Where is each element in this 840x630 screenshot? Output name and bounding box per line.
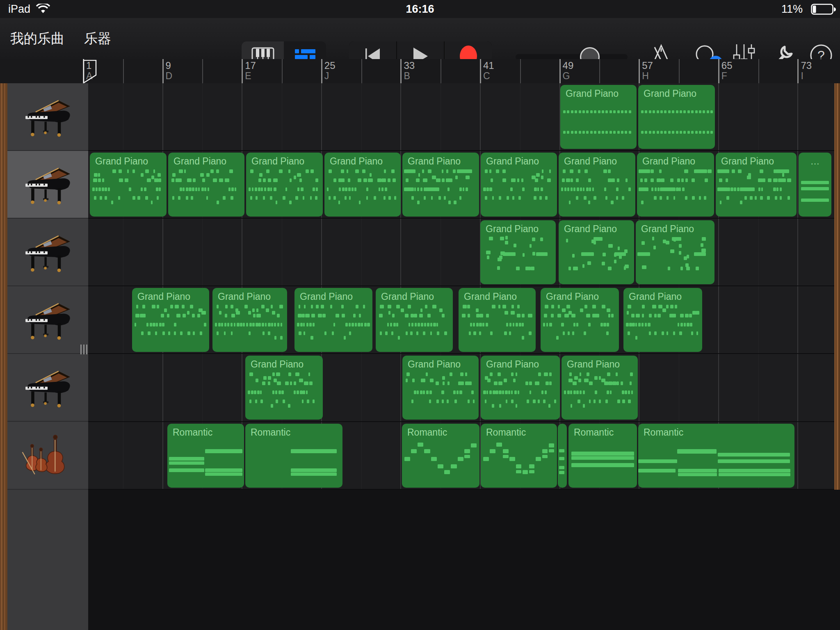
midi-note [564,187,567,191]
midi-note [517,305,520,308]
midi-region[interactable]: Grand Piano [132,288,209,352]
midi-region[interactable]: Grand Piano [637,153,714,217]
midi-note [225,305,228,308]
midi-region[interactable]: Grand Piano [481,153,557,217]
midi-note [579,131,581,134]
midi-region[interactable]: Grand Piano [638,85,715,149]
midi-note [504,311,508,315]
track-header-grand-piano-3[interactable] [7,219,88,286]
midi-note [801,187,829,190]
instruments-button[interactable]: 乐器 [84,30,111,48]
midi-note [536,252,548,256]
playhead-marker[interactable] [83,60,97,84]
midi-note [219,178,223,182]
midi-region[interactable]: Romantic [167,424,244,488]
midi-region[interactable]: Grand Piano [212,288,287,352]
midi-note [141,331,144,335]
midi-region[interactable]: Romantic [245,424,342,488]
midi-region[interactable]: … [799,153,831,217]
midi-note [616,196,618,200]
track-icon-grand-piano [19,96,76,140]
midi-note [469,331,471,335]
midi-note [599,399,601,403]
midi-region[interactable]: Romantic [568,424,637,488]
midi-note [489,169,491,173]
ruler-tick-major [321,59,322,83]
midi-note [485,399,486,403]
track-header-grand-piano-2[interactable] [7,151,88,219]
timeline-ruler[interactable]: 1A9D17E25J33B41C49G57H65F73I [0,59,840,83]
midi-region[interactable]: Grand Piano [90,153,167,217]
midi-region[interactable]: Grand Piano [402,356,479,420]
midi-note [271,404,273,408]
midi-region[interactable]: Grand Piano [623,288,702,352]
midi-note [583,404,585,408]
midi-region[interactable]: Grand Piano [168,153,244,217]
midi-note [217,305,219,308]
midi-note [603,323,606,326]
midi-note [227,323,229,326]
track-resize-handle[interactable] [80,345,89,354]
midi-note [692,196,694,200]
track-header-grand-piano-4[interactable] [7,286,88,354]
tracks-timeline[interactable]: Grand PianoGrand PianoGrand PianoGrand P… [0,83,840,490]
midi-region[interactable] [558,424,567,488]
midi-region[interactable]: Grand Piano [402,153,479,217]
midi-note [699,131,701,134]
midi-note [224,323,226,326]
midi-note [454,201,457,204]
midi-note [486,314,489,317]
midi-note [773,178,778,182]
midi-note [628,390,630,394]
midi-region[interactable]: Grand Piano [246,153,323,217]
midi-region[interactable]: Grand Piano [480,220,556,284]
midi-region[interactable]: Grand Piano [245,356,323,420]
ruler-tick-major [400,59,402,83]
midi-region[interactable]: Grand Piano [541,288,619,352]
track-header-strings-6[interactable] [7,422,88,490]
midi-region[interactable]: Grand Piano [376,288,453,352]
midi-note [657,187,660,191]
track-header-grand-piano-5[interactable] [7,354,88,422]
midi-note [498,381,503,385]
my-songs-button[interactable]: 我的乐曲 [10,30,64,48]
midi-region[interactable]: Grand Piano [716,153,797,217]
midi-region[interactable]: Grand Piano [562,356,638,420]
midi-region[interactable]: Grand Piano [324,153,401,217]
midi-region[interactable]: Grand Piano [559,220,634,284]
midi-region[interactable]: Grand Piano [481,356,560,420]
midi-note [381,187,383,191]
midi-note [645,131,647,134]
midi-note [157,305,159,308]
midi-note [523,470,528,474]
midi-note [614,260,616,263]
midi-note [657,178,661,182]
midi-note [348,178,351,182]
midi-region[interactable]: Romantic [481,424,557,488]
region-label: Romantic [486,427,526,438]
track-header-grand-piano-1[interactable] [7,83,88,151]
midi-note [458,457,463,461]
midi-region[interactable]: Grand Piano [560,85,637,149]
gridline-major [400,83,401,490]
ruler-add-section-button[interactable] [814,60,837,83]
midi-note [179,169,183,173]
midi-note [198,187,200,191]
midi-note [513,323,515,326]
midi-note [718,459,790,463]
midi-region[interactable]: Grand Piano [636,220,714,284]
midi-note [567,187,569,191]
midi-note [530,390,532,394]
midi-note [463,305,467,308]
midi-note [589,399,591,403]
midi-region[interactable]: Romantic [402,424,479,488]
midi-note [563,131,566,134]
midi-region[interactable]: Grand Piano [559,153,635,217]
midi-region[interactable]: Grand Piano [459,288,536,352]
midi-note [589,187,591,191]
midi-region[interactable]: Grand Piano [294,288,372,352]
midi-note [605,110,608,113]
midi-note [186,196,188,200]
midi-region[interactable]: Romantic [638,424,794,488]
add-track-button[interactable] [35,581,60,607]
